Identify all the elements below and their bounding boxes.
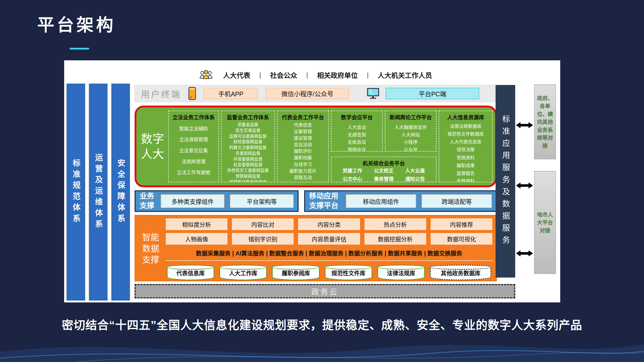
list-item: 党政资料 [457, 154, 475, 162]
list-item: 人大会议 [347, 124, 366, 131]
list-item: 视频会议 [347, 146, 366, 152]
list-item: 人大融媒体宣传 [394, 124, 427, 131]
double-arrow-icon [516, 122, 533, 129]
ai-capability-box: 内容质量评估 [298, 233, 360, 245]
ai-capability-box: 错别字识别 [232, 233, 294, 245]
audience-item: 相关政府单位 [317, 70, 358, 80]
ai-capability-box: 内容分类 [298, 218, 360, 230]
list-item: 规范性文件数据库 [448, 130, 484, 138]
list-item: 预算联网监督 [235, 173, 260, 179]
list-item: 在线学习 [294, 161, 312, 168]
audience-separator: | [259, 71, 261, 79]
list-item: 立法进程管理 [179, 136, 208, 143]
double-arrow-icon [516, 182, 533, 189]
list-item: 法规库管理 [182, 158, 206, 165]
user-terminal-bar: 用户终端 手机APP 微信小程序/公众号 平台PC端 [135, 85, 497, 102]
middle-columns: 数字会议平台 人大会议 无感签到 无纸会议 视频会议 新闻舆论工作平台 [331, 111, 436, 182]
audience-separator: | [367, 71, 369, 79]
pillar-standards-system: 标准规范体系 [67, 84, 85, 300]
smartphone-icon [188, 87, 196, 100]
list-item: 智能立法辅助 [179, 125, 208, 132]
list-item: 规范性文件备案审查 [229, 179, 267, 182]
list-item: 双联互动 [294, 174, 312, 181]
list-item: 数字化代表联络站 [285, 181, 321, 182]
ai-capability-box: 人物画像 [166, 233, 227, 245]
mobile-component-box: 移动应用组件 [346, 194, 416, 208]
standard-service-bar: 标准应用服务及数据服务 [496, 85, 515, 278]
business-support-box: 业务支撑 多种类支撑组件 平台架构等 [135, 190, 299, 212]
ai-capability-box: 热点分析 [365, 218, 426, 230]
wechat-miniprogram-box: 微信小程序/公众号 [266, 88, 349, 99]
audience-item: 人大机关工作人员 [378, 70, 432, 80]
list-item: 履职能力提升 [289, 168, 316, 174]
office-platform-box: 机关综合业务平台 党建工作 公文校正 人大云盘 公文中心 事务管理 通知公告 [331, 157, 436, 182]
column-info-resources: 人大信息资源库 法律法规数据库 规范性文件数据库 人大代表信息库 领导决策 党政… [439, 111, 493, 182]
list-item: 社会委联网监督 [233, 162, 263, 168]
architecture-panel: 人大代表 | 社会公众 | 相关政府单位 | 人大机关工作人员 标准规范体系 运… [64, 60, 560, 302]
column-delegates: 代表业务工作平台 代表信息 议案管理 建议管理 会议活动 履职评价 履职档案 在… [277, 111, 329, 182]
data-services-line: 数据采集服务 | AI算法服务 | 数据整合服务 | 数据治理服务 | 数据分析… [166, 249, 492, 257]
list-item: 人大代表信息库 [450, 138, 481, 146]
list-item: 民生实事监督 [235, 128, 260, 133]
list-item: 公文校正 [374, 167, 393, 174]
title-underline [70, 48, 89, 50]
list-item: 常委会监督 [237, 122, 258, 128]
list-item: 无纸会议 [347, 139, 366, 146]
list-item: 监督报告 [457, 170, 475, 177]
list-item: 专题资料 [457, 177, 475, 182]
platform-pc-box: 平台PC端 [386, 88, 479, 99]
support-component-box: 多种类支撑组件 [161, 194, 224, 208]
list-item: 公文中心 [343, 175, 362, 182]
list-item: 监察司法委联网监督 [229, 133, 267, 139]
database-cylinder: 代表信息库 [167, 267, 214, 280]
list-item: 法律法规数据库 [450, 123, 481, 130]
list-item: 党建工作 [343, 167, 362, 174]
list-item: 科教文卫委联网监督 [229, 145, 267, 151]
mobile-support-box: 移动应用支撑平台 移动应用组件 跨端适配等 [304, 190, 497, 212]
database-row: 代表信息库 人大工作库 履职参阅库 规范性文件库 法律法规库 其他政务数据库 [166, 265, 492, 280]
bottom-tagline: 密切结合“十四五”全国人大信息化建设规划要求，提供稳定、成熟、安全、专业的数字人… [0, 316, 644, 332]
digital-npc-section: 数字人大 立法业务工作体系 智能立法辅助 立法进程管理 立法意见征集 法规库管理… [135, 106, 497, 187]
list-item: 小程序 [404, 139, 418, 146]
connector-city-npc-platform: 地市人大平台对接 [534, 171, 556, 274]
list-item: 代表信息 [294, 122, 312, 128]
list-item: 会议活动 [294, 142, 312, 148]
list-item: 人大网站 [401, 131, 420, 139]
audience-item: 人大代表 [223, 70, 250, 80]
ai-capability-box: 相似度分析 [166, 218, 227, 230]
list-item: 履职评价 [294, 148, 312, 155]
database-cylinder: 法律法规库 [377, 267, 425, 280]
business-support-label: 业务支撑 [140, 192, 155, 210]
cross-device-box: 跨端适配等 [422, 194, 492, 208]
list-item: 议案管理 [294, 128, 312, 135]
list-item: 通知公告 [405, 175, 425, 182]
data-support-section: 智能数据支撑 相似度分析 内容比对 内容分类 热点分析 内容推荐 人物画像 错别… [135, 215, 497, 281]
list-item: 农委联网监督 [235, 151, 260, 156]
column-supervision: 监督业务工作体系 常委会监督 民生实事监督 监察司法委联网监督 财经委联网监督 … [221, 111, 275, 182]
user-terminal-label: 用户终端 [141, 87, 181, 100]
pillar-operations-system: 运营及运维体系 [89, 84, 107, 300]
list-item: 财经委联网监督 [233, 139, 263, 145]
audience-item: 社会公众 [270, 70, 297, 80]
ai-capability-box: 数据可视化 [431, 233, 492, 245]
double-arrow-icon [516, 250, 533, 257]
main-stack: 用户终端 手机APP 微信小程序/公众号 平台PC端 [135, 85, 497, 281]
list-item: 履职档案 [294, 155, 312, 161]
ai-capability-box: 数据挖掘分析 [365, 233, 426, 245]
people-group-icon [199, 70, 213, 80]
list-item: 人大云盘 [405, 167, 425, 174]
dashed-divider [166, 260, 492, 261]
list-item: 外侨民宗工委联网监督 [227, 168, 269, 173]
column-news-media: 新闻舆论工作平台 人大融媒体宣传 人大网站 小程序 公众号 [385, 111, 436, 152]
external-database-cylinder: 其他政务数据库 [430, 267, 491, 280]
list-item: 公众号 [404, 146, 418, 152]
support-row: 业务支撑 多种类支撑组件 平台架构等 移动应用支撑平台 移动应用组件 跨端适配等 [135, 190, 497, 212]
database-cylinder: 规范性文件库 [325, 267, 372, 280]
column-digital-meeting: 数字会议平台 人大会议 无感签到 无纸会议 视频会议 [331, 111, 383, 152]
connector-government-systems: 政府、各单位、横向其他业务系统等对接 [534, 84, 556, 159]
list-item: 立法意见征集 [179, 147, 208, 154]
monitor-icon [367, 87, 380, 100]
database-cylinder: 人大工作库 [219, 267, 267, 280]
list-item: 立法工作驾驶舱 [177, 169, 210, 175]
list-item: 事务管理 [374, 175, 393, 182]
